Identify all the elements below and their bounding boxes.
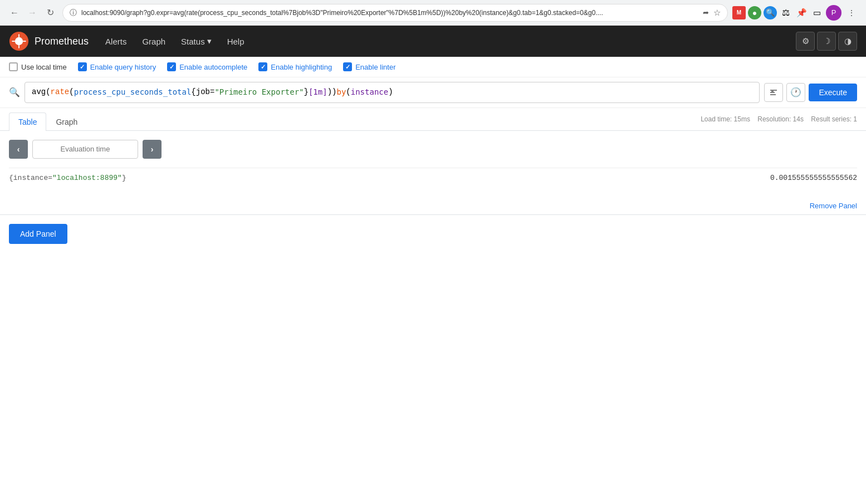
q-brace2: }	[304, 87, 309, 98]
result-label: {instance="localhost:8899"}	[9, 174, 126, 182]
ext-icon-blue[interactable]: 🔍	[764, 6, 777, 19]
use-local-time-label[interactable]: Use local time	[9, 62, 67, 71]
query-input[interactable]: avg(rate(process_cpu_seconds_total{job="…	[25, 82, 760, 103]
reload-button[interactable]: ↻	[42, 5, 58, 21]
dark-mode-btn[interactable]: ☽	[817, 32, 836, 51]
label-key: instance	[13, 174, 48, 182]
label-eq: =	[48, 174, 52, 182]
svg-point-1	[15, 37, 23, 45]
result-series: Result series: 1	[811, 115, 857, 123]
enable-highlighting-label[interactable]: Enable highlighting	[258, 62, 332, 71]
ext-icon-tablet[interactable]: ▭	[810, 6, 824, 19]
label-brace-close: }	[122, 174, 126, 182]
table-content: ‹ › {instance="localhost:8899"} 0.001555…	[0, 131, 866, 197]
settings-theme-btn[interactable]: ⚙	[796, 32, 815, 51]
nav-graph[interactable]: Graph	[134, 32, 173, 51]
ext-icon-pin[interactable]: 📌	[795, 6, 808, 19]
result-row: {instance="localhost:8899"} 0.0015555555…	[9, 168, 857, 188]
settings-bar: Use local time Enable query history Enab…	[0, 57, 866, 77]
star-icon[interactable]: ☆	[713, 8, 721, 18]
q-instance-kw: instance	[351, 87, 388, 98]
remove-panel-link[interactable]: Remove Panel	[810, 202, 857, 210]
ext-icon-green[interactable]: ●	[748, 6, 761, 19]
nav-help[interactable]: Help	[219, 32, 252, 51]
lock-icon: ⓘ	[70, 8, 77, 18]
svg-rect-5	[23, 41, 26, 42]
tab-graph[interactable]: Graph	[46, 112, 87, 131]
profile-icon[interactable]: P	[826, 5, 841, 21]
navbar-nav: Alerts Graph Status ▾ Help	[97, 32, 796, 51]
q-job-key: job	[196, 87, 210, 98]
history-btn[interactable]: 🕐	[786, 83, 805, 102]
extension-icons: M ● 🔍 ⚖ 📌 ▭ P ⋮	[732, 5, 859, 21]
enable-query-history-checkbox[interactable]	[78, 62, 87, 71]
q-by: by	[336, 87, 346, 98]
q-space2: (	[346, 87, 350, 98]
query-actions: 🕐 Execute	[764, 83, 857, 102]
nav-status[interactable]: Status ▾	[173, 32, 219, 51]
q-avg: avg(	[32, 87, 51, 98]
eval-next-button[interactable]: ›	[143, 140, 162, 159]
resolution: Resolution: 14s	[757, 115, 804, 123]
q-eq: =	[210, 87, 214, 98]
q-paren1: (	[69, 87, 74, 98]
nav-alerts[interactable]: Alerts	[97, 32, 134, 51]
add-panel-button[interactable]: Add Panel	[9, 224, 67, 244]
navbar-brand: Prometheus	[9, 31, 89, 51]
use-local-time-checkbox[interactable]	[9, 62, 18, 71]
svg-rect-2	[18, 34, 19, 37]
q-brace1: {	[191, 87, 195, 98]
enable-highlighting-checkbox[interactable]	[258, 62, 267, 71]
panel: Table Graph Load time: 15ms Resolution: …	[0, 108, 866, 215]
q-rate: rate	[51, 87, 70, 98]
ext-icon-puzzle[interactable]: ⚖	[779, 6, 792, 19]
query-bar: 🔍 avg(rate(process_cpu_seconds_total{job…	[0, 77, 866, 108]
eval-time-row: ‹ ›	[9, 140, 857, 159]
label-val: "localhost:8899"	[52, 174, 122, 182]
enable-autocomplete-label[interactable]: Enable autocomplete	[167, 62, 247, 71]
enable-query-history-label[interactable]: Enable query history	[78, 62, 156, 71]
enable-autocomplete-checkbox[interactable]	[167, 62, 176, 71]
q-metric: process_cpu_seconds_total	[74, 87, 192, 98]
q-paren3: )	[388, 87, 393, 98]
forward-button[interactable]: →	[25, 5, 40, 21]
ext-icon-red[interactable]: M	[732, 6, 746, 19]
eval-time-input[interactable]	[32, 140, 138, 159]
enable-linter-label[interactable]: Enable linter	[343, 62, 395, 71]
tab-table[interactable]: Table	[9, 112, 46, 131]
navbar-right: ⚙ ☽ ◑	[796, 32, 857, 51]
url-bar[interactable]: ⓘ localhost:9090/graph?g0.expr=avg(rate(…	[62, 4, 728, 22]
navbar-title: Prometheus	[35, 36, 89, 47]
q-paren2: ))	[327, 87, 337, 98]
execute-button[interactable]: Execute	[809, 84, 857, 101]
q-job-val: "Primeiro Exporter"	[214, 87, 304, 98]
add-panel-row: Add Panel	[0, 215, 866, 253]
back-button[interactable]: ←	[7, 5, 22, 21]
svg-rect-4	[12, 41, 14, 42]
browser-nav: ← → ↻	[7, 5, 58, 21]
contrast-btn[interactable]: ◑	[838, 32, 857, 51]
tab-meta: Load time: 15ms Resolution: 14s Result s…	[701, 115, 857, 128]
browser-chrome: ← → ↻ ⓘ localhost:9090/graph?g0.expr=avg…	[0, 0, 866, 26]
eval-prev-button[interactable]: ‹	[9, 140, 28, 159]
tabs: Table Graph	[9, 112, 87, 130]
load-time: Load time: 15ms	[701, 115, 750, 123]
label-brace-open: {	[9, 174, 13, 182]
menu-button[interactable]: ⋮	[844, 5, 859, 21]
q-range: [1m]	[309, 87, 327, 98]
prometheus-logo	[9, 31, 29, 51]
remove-panel-row: Remove Panel	[0, 197, 866, 214]
url-text: localhost:9090/graph?g0.expr=avg(rate(pr…	[81, 9, 698, 17]
navbar: Prometheus Alerts Graph Status ▾ Help ⚙ …	[0, 26, 866, 57]
tabs-row: Table Graph Load time: 15ms Resolution: …	[0, 108, 866, 131]
enable-linter-checkbox[interactable]	[343, 62, 352, 71]
search-icon: 🔍	[9, 87, 20, 97]
svg-rect-3	[18, 45, 19, 48]
result-value: 0.001555555555555562	[770, 174, 857, 182]
share-icon[interactable]: ➦	[703, 8, 709, 17]
format-btn[interactable]	[764, 83, 783, 102]
